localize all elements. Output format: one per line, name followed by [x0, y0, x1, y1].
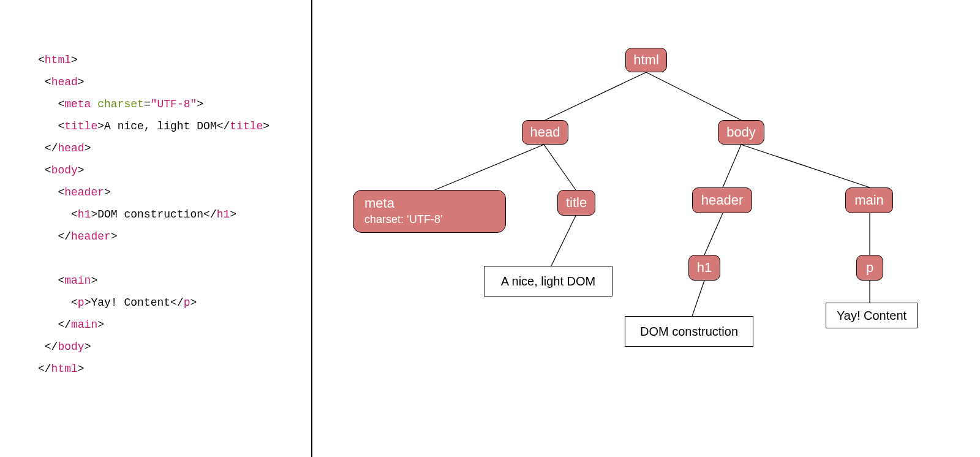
tree-node-header-label: header — [701, 193, 744, 208]
tree-node-html-label: html — [633, 53, 659, 67]
tree-node-main-label: main — [854, 193, 884, 208]
code-attr-charset-value: "UTF-8" — [151, 98, 197, 110]
tree-node-title: title — [557, 190, 595, 216]
tree-leaf-h1-text: DOM construction — [625, 316, 753, 347]
code-tag-p-close: p — [184, 296, 190, 309]
svg-line-3 — [544, 145, 576, 190]
code-tag-html-close: html — [51, 363, 78, 375]
code-tag-body-close: body — [58, 341, 84, 353]
tree-node-body-label: body — [726, 125, 756, 140]
code-tag-meta: meta — [64, 98, 91, 110]
code-tag-title-open: title — [64, 120, 97, 132]
code-title-text: A nice, light DOM — [104, 120, 217, 132]
tree-leaf-p-text: Yay! Content — [826, 303, 918, 328]
tree-leaf-title-text: A nice, light DOM — [484, 266, 612, 296]
code-block: <html> <head> <meta charset="UTF-8"> <ti… — [0, 0, 312, 457]
svg-line-1 — [646, 72, 741, 120]
code-attr-charset: charset — [97, 98, 144, 110]
code-h1-text: DOM construction — [97, 208, 203, 221]
tree-node-h1: h1 — [688, 255, 720, 281]
tree-node-body: body — [718, 120, 764, 145]
code-p-text: Yay! Content — [91, 296, 170, 309]
tree-node-head-label: head — [530, 125, 560, 140]
tree-node-meta-label: meta — [364, 196, 394, 211]
code-tag-body-open: body — [51, 164, 78, 176]
tree-node-title-label: title — [566, 195, 587, 210]
svg-line-7 — [704, 213, 723, 255]
code-tag-head-close: head — [58, 142, 84, 154]
code-tag-header-close: header — [71, 230, 111, 243]
code-tag-h1-close: h1 — [217, 208, 230, 221]
code-tag-h1-open: h1 — [78, 208, 91, 221]
tree-node-html: html — [625, 48, 667, 72]
tree-node-h1-label: h1 — [697, 260, 712, 275]
tree-node-header: header — [692, 187, 752, 213]
tree-node-meta-sub: charset: ‘UTF-8’ — [364, 212, 443, 227]
svg-line-4 — [723, 145, 741, 187]
svg-line-0 — [545, 72, 646, 120]
tree-node-head: head — [522, 120, 568, 145]
code-tag-main-open: main — [64, 274, 91, 287]
code-tag-title-close: title — [230, 120, 263, 132]
svg-line-6 — [551, 216, 576, 266]
tree-leaf-h1-text-label: DOM construction — [640, 325, 738, 339]
tree-node-p: p — [856, 255, 883, 281]
tree-node-main: main — [845, 187, 893, 213]
tree-node-meta: meta charset: ‘UTF-8’ — [353, 190, 506, 233]
tree-leaf-title-text-label: A nice, light DOM — [501, 274, 596, 289]
code-tag-html-open: html — [45, 54, 71, 66]
tree-leaf-p-text-label: Yay! Content — [837, 309, 907, 323]
code-tag-main-close: main — [71, 319, 97, 331]
tree-node-p-label: p — [866, 260, 873, 275]
svg-line-2 — [435, 145, 544, 190]
svg-line-5 — [741, 145, 870, 187]
code-tag-head-open: head — [51, 76, 78, 88]
code-tag-header-open: header — [64, 186, 104, 198]
svg-line-9 — [692, 281, 704, 316]
dom-tree-diagram: html head body meta charset: ‘UTF-8’ tit… — [312, 0, 980, 457]
code-tag-p-open: p — [78, 296, 85, 309]
